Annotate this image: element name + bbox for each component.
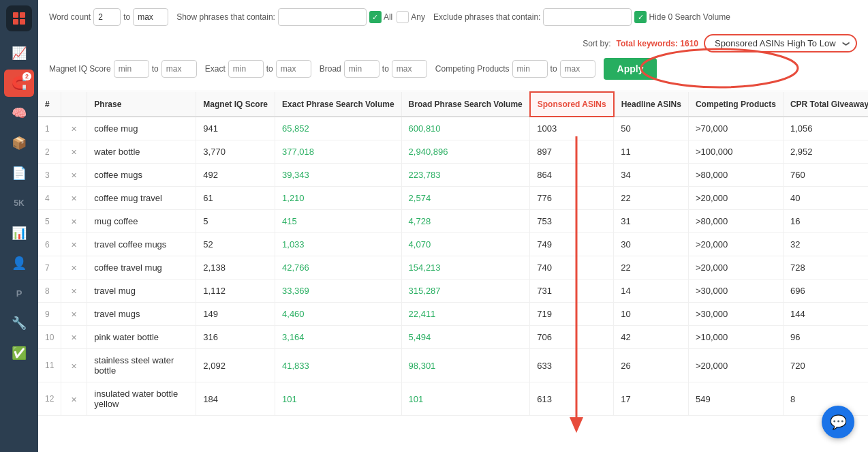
competing-min[interactable] bbox=[512, 60, 548, 78]
remove-button[interactable]: ✕ bbox=[68, 286, 80, 297]
table-row: 10 ✕ pink water bottle 316 3,164 5,494 7… bbox=[38, 326, 868, 349]
show-phrases-group: Show phrases that contain: ✓ All Any bbox=[176, 8, 425, 26]
cell-exact-volume: 1,033 bbox=[275, 233, 402, 256]
sidebar-item-brain[interactable]: 🧠 bbox=[4, 100, 34, 127]
cell-broad-volume: 101 bbox=[401, 382, 530, 416]
cell-headline-asins: 30 bbox=[614, 233, 689, 256]
cell-num: 2 bbox=[38, 140, 61, 164]
cell-broad-volume: 223,783 bbox=[401, 164, 530, 187]
remove-button[interactable]: ✕ bbox=[68, 239, 80, 250]
cell-headline-asins: 14 bbox=[614, 280, 689, 303]
col-remove bbox=[61, 92, 87, 117]
cell-headline-asins: 17 bbox=[614, 382, 689, 416]
sidebar-item-5k[interactable]: 5K bbox=[4, 190, 34, 217]
table-row: 8 ✕ travel mug 1,112 33,369 315,287 731 … bbox=[38, 280, 868, 303]
magnet-badge: 2 bbox=[22, 72, 31, 80]
cell-num: 10 bbox=[38, 326, 61, 349]
sidebar-item-person[interactable]: 👤 bbox=[4, 250, 34, 277]
remove-button[interactable]: ✕ bbox=[68, 216, 80, 227]
cell-sponsored-asins: 731 bbox=[530, 280, 614, 303]
cell-competing-products: >20,000 bbox=[688, 349, 783, 382]
remove-button[interactable]: ✕ bbox=[68, 309, 80, 320]
word-count-to-input[interactable] bbox=[133, 8, 168, 26]
any-checkbox[interactable] bbox=[397, 11, 409, 23]
filter-row-1: Word count to Show phrases that contain:… bbox=[49, 8, 857, 52]
cell-headline-asins: 50 bbox=[614, 117, 689, 140]
cell-sponsored-asins: 776 bbox=[530, 187, 614, 210]
cell-exact-volume: 41,833 bbox=[275, 349, 402, 382]
cell-competing-products: >80,000 bbox=[688, 210, 783, 233]
hide-zero-item[interactable]: ✓ Hide 0 Search Volume bbox=[634, 11, 730, 23]
cell-exact-volume: 4,460 bbox=[275, 303, 402, 326]
col-competing-products: Competing Products bbox=[688, 92, 783, 117]
cell-cpr-total: 728 bbox=[783, 256, 868, 280]
cell-num: 3 bbox=[38, 164, 61, 187]
remove-button[interactable]: ✕ bbox=[68, 147, 80, 157]
cell-num: 5 bbox=[38, 210, 61, 233]
remove-button[interactable]: ✕ bbox=[68, 332, 80, 343]
cell-headline-asins: 22 bbox=[614, 187, 689, 210]
cell-num: 7 bbox=[38, 256, 61, 280]
any-checkbox-item[interactable]: Any bbox=[397, 11, 425, 23]
5k-label: 5K bbox=[14, 198, 24, 208]
chat-button[interactable]: 💬 bbox=[822, 406, 854, 438]
cell-magnet-iq: 3,770 bbox=[196, 140, 275, 164]
cell-magnet-iq: 941 bbox=[196, 117, 275, 140]
cell-cpr-total: 144 bbox=[783, 303, 868, 326]
remove-button[interactable]: ✕ bbox=[68, 123, 80, 134]
remove-button[interactable]: ✕ bbox=[68, 361, 80, 372]
sidebar-item-chart[interactable]: 📊 bbox=[4, 220, 34, 247]
competing-max[interactable] bbox=[560, 60, 595, 78]
cell-cpr-total: 696 bbox=[783, 280, 868, 303]
exact-max[interactable] bbox=[276, 60, 311, 78]
exact-group: Exact to bbox=[205, 60, 311, 78]
cell-cpr-total: 96 bbox=[783, 326, 868, 349]
sort-select[interactable]: Sponsored ASINs High To Low Sponsored AS… bbox=[715, 38, 837, 48]
cell-cpr-total: 32 bbox=[783, 233, 868, 256]
magnet-iq-to: to bbox=[152, 64, 159, 74]
remove-button[interactable]: ✕ bbox=[68, 193, 80, 204]
magnet-iq-max[interactable] bbox=[161, 60, 197, 78]
svg-rect-2 bbox=[13, 19, 18, 25]
show-phrases-input[interactable] bbox=[278, 8, 367, 26]
sidebar-item-stack[interactable]: 📦 bbox=[4, 130, 34, 157]
remove-button[interactable]: ✕ bbox=[68, 262, 80, 273]
cell-competing-products: >20,000 bbox=[688, 233, 783, 256]
cell-magnet-iq: 1,112 bbox=[196, 280, 275, 303]
col-num: # bbox=[38, 92, 61, 117]
hide-zero-checkbox[interactable]: ✓ bbox=[634, 11, 647, 23]
remove-button[interactable]: ✕ bbox=[68, 170, 80, 181]
cell-remove: ✕ bbox=[61, 303, 87, 326]
exclude-phrases-input[interactable] bbox=[543, 8, 632, 26]
cell-num: 6 bbox=[38, 233, 61, 256]
all-checkbox[interactable]: ✓ bbox=[369, 11, 382, 23]
sidebar-item-magnet[interactable]: 🧲 2 bbox=[4, 70, 34, 97]
cell-headline-asins: 10 bbox=[614, 303, 689, 326]
sidebar-item-trending[interactable]: 📈 bbox=[4, 40, 34, 67]
cell-magnet-iq: 61 bbox=[196, 187, 275, 210]
broad-min[interactable] bbox=[344, 60, 379, 78]
col-broad-volume: Broad Phrase Search Volume bbox=[401, 92, 530, 117]
remove-button[interactable]: ✕ bbox=[68, 394, 80, 405]
word-count-from-input[interactable] bbox=[93, 8, 121, 26]
sidebar-item-p[interactable]: P bbox=[4, 280, 34, 307]
sidebar-item-doc[interactable]: 📄 bbox=[4, 160, 34, 187]
apply-button[interactable]: Apply bbox=[604, 58, 657, 80]
sidebar-item-tool[interactable]: 🔧 bbox=[4, 310, 34, 337]
cell-sponsored-asins: 740 bbox=[530, 256, 614, 280]
table-row: 5 ✕ mug coffee 5 415 4,728 753 31 >80,00… bbox=[38, 210, 868, 233]
cell-phrase: travel coffee mugs bbox=[87, 233, 196, 256]
broad-max[interactable] bbox=[392, 60, 427, 78]
exact-min[interactable] bbox=[228, 60, 264, 78]
table-row: 4 ✕ coffee mug travel 61 1,210 2,574 776… bbox=[38, 187, 868, 210]
all-checkbox-item[interactable]: ✓ All bbox=[369, 11, 392, 23]
app-logo[interactable] bbox=[6, 5, 32, 31]
magnet-iq-min[interactable] bbox=[114, 60, 149, 78]
cell-headline-asins: 11 bbox=[614, 140, 689, 164]
sort-select-wrapper[interactable]: Sponsored ASINs High To Low Sponsored AS… bbox=[704, 34, 857, 52]
sidebar-item-check[interactable]: ✅ bbox=[4, 340, 34, 367]
cell-broad-volume: 5,494 bbox=[401, 326, 530, 349]
col-sponsored-asins: Sponsored ASINs bbox=[530, 92, 614, 117]
cell-phrase: mug coffee bbox=[87, 210, 196, 233]
cell-headline-asins: 34 bbox=[614, 164, 689, 187]
